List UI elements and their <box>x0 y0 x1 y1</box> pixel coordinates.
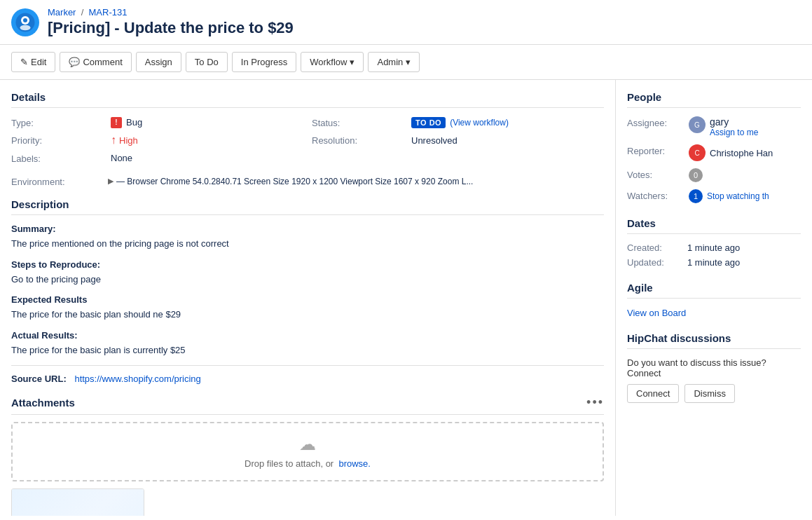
votes-count: 0 <box>689 168 703 182</box>
attachments-header: Attachments ••• <box>11 395 604 415</box>
more-options-button[interactable]: ••• <box>586 395 604 410</box>
votes-row: Votes: 0 <box>627 168 801 182</box>
stop-watching-link[interactable]: Stop watching th <box>707 191 769 201</box>
chevron-down-icon: ▾ <box>406 57 411 67</box>
priority-arrow-icon: ↑ <box>111 134 116 146</box>
reporter-label: Reporter: <box>627 144 683 156</box>
resolution-label: Resolution: <box>312 134 403 146</box>
updated-label: Updated: <box>627 257 683 268</box>
browse-link[interactable]: browse. <box>338 458 371 469</box>
assignee-info: gary Assign to me <box>710 116 758 137</box>
source-label: Source URL: <box>11 374 67 384</box>
workflow-button[interactable]: Workflow ▾ <box>301 52 364 72</box>
app-logo <box>11 8 39 36</box>
resolution-value: Unresolved <box>411 134 604 146</box>
hipchat-text: Do you want to discuss this issue? Conne… <box>627 357 801 378</box>
assignee-avatar: G <box>689 116 706 133</box>
header-text: Marker / MAR-131 [Pricing] - Update the … <box>48 7 294 37</box>
actual-subsection: Actual Results: The price for the basic … <box>11 330 604 357</box>
agile-section: Agile View on Board <box>627 282 801 318</box>
status-badge: TO DO <box>411 117 446 128</box>
attachment-thumbnail[interactable]: Set up your store, pick a plan later By … <box>11 488 144 516</box>
upload-icon: ☁ <box>24 435 591 454</box>
environment-row: Environment: ▶ — Browser Chrome 54.0.284… <box>11 175 604 187</box>
watchers-row: Watchers: 1 Stop watching th <box>627 189 801 203</box>
in-progress-button[interactable]: In Progress <box>232 52 296 72</box>
app-header: Marker / MAR-131 [Pricing] - Update the … <box>0 0 812 45</box>
chevron-down-icon: ▾ <box>350 57 355 67</box>
actual-label: Actual Results: <box>11 330 604 341</box>
watchers-label: Watchers: <box>627 189 683 201</box>
summary-label: Summary: <box>11 224 604 234</box>
assign-to-me-link[interactable]: Assign to me <box>710 128 758 137</box>
toolbar: ✎ Edit 💬 Comment Assign To Do In Progres… <box>0 45 812 80</box>
assignee-row: Assignee: G gary Assign to me <box>627 116 801 137</box>
svg-point-3 <box>20 25 31 30</box>
breadcrumb: Marker / MAR-131 <box>48 7 294 18</box>
assignee-name: gary <box>710 116 758 128</box>
steps-label: Steps to Reproduce: <box>11 259 604 270</box>
assign-button[interactable]: Assign <box>136 52 181 72</box>
hipchat-section: HipChat discussions Do you want to discu… <box>627 332 801 403</box>
expected-label: Expected Results <box>11 294 604 305</box>
created-row: Created: 1 minute ago <box>627 242 801 253</box>
expected-subsection: Expected Results The price for the basic… <box>11 294 604 322</box>
labels-label: Labels: <box>11 152 102 164</box>
svg-point-2 <box>23 18 27 22</box>
expand-icon[interactable]: ▶ <box>108 177 113 186</box>
reporter-avatar: C <box>689 144 706 161</box>
type-value: ! Bug <box>111 116 303 128</box>
watchers-count: 1 <box>689 189 703 203</box>
breadcrumb-issue[interactable]: MAR-131 <box>89 7 128 18</box>
comment-button[interactable]: 💬 Comment <box>60 52 131 72</box>
content-area: Details Type: ! Bug Status: TO DO (View … <box>0 80 616 516</box>
updated-row: Updated: 1 minute ago <box>627 257 801 268</box>
type-label: Type: <box>11 116 102 128</box>
dismiss-button[interactable]: Dismiss <box>684 384 735 403</box>
reporter-row: Reporter: C Christophe Han <box>627 144 801 161</box>
bug-icon: ! <box>111 117 122 128</box>
attachments-section: Attachments ••• ☁ Drop files to attach, … <box>11 395 604 516</box>
source-url-link[interactable]: https://www.shopify.com/pricing <box>74 374 200 384</box>
details-grid: Type: ! Bug Status: TO DO (View workflow… <box>11 116 604 164</box>
details-section-title: Details <box>11 91 604 108</box>
environment-value: ▶ — Browser Chrome 54.0.2840.71 Screen S… <box>108 175 604 187</box>
drop-zone[interactable]: ☁ Drop files to attach, or browse. <box>11 422 604 481</box>
admin-button[interactable]: Admin ▾ <box>368 52 420 72</box>
priority-value: ↑ High <box>111 134 303 146</box>
actual-text: The price for the basic plan is currentl… <box>11 343 604 357</box>
breadcrumb-project[interactable]: Marker <box>48 7 76 18</box>
dates-title: Dates <box>627 217 801 234</box>
edit-icon: ✎ <box>20 57 28 67</box>
environment-label: Environment: <box>11 175 102 187</box>
description-title: Description <box>11 198 604 215</box>
source-url-subsection: Source URL: https://www.shopify.com/pric… <box>11 373 604 384</box>
sidebar: People Assignee: G gary Assign to me Rep… <box>616 80 812 516</box>
drop-text: Drop files to attach, or <box>245 458 333 469</box>
status-value: TO DO (View workflow) <box>411 116 604 128</box>
assignee-label: Assignee: <box>627 116 683 128</box>
steps-text: Go to the pricing page <box>11 273 604 287</box>
description-section: Description Summary: The price mentioned… <box>11 198 604 384</box>
labels-value: None <box>111 152 303 164</box>
comment-icon: 💬 <box>69 57 80 67</box>
priority-label: Priority: <box>11 134 102 146</box>
agile-title: Agile <box>627 282 801 299</box>
connect-button[interactable]: Connect <box>627 384 679 403</box>
created-label: Created: <box>627 242 683 253</box>
issue-title: [Pricing] - Update the price to $29 <box>48 19 294 37</box>
updated-value: 1 minute ago <box>687 257 801 268</box>
edit-button[interactable]: ✎ Edit <box>11 52 55 72</box>
created-value: 1 minute ago <box>687 242 801 253</box>
dates-section: Dates Created: 1 minute ago Updated: 1 m… <box>627 217 801 268</box>
status-label: Status: <box>312 116 403 128</box>
divider <box>11 365 604 366</box>
hipchat-title: HipChat discussions <box>627 332 801 349</box>
summary-text: The price mentioned on the pricing page … <box>11 237 604 251</box>
todo-button[interactable]: To Do <box>186 52 228 72</box>
view-workflow-link[interactable]: (View workflow) <box>450 118 509 128</box>
thumbnail-preview: Set up your store, pick a plan later By … <box>12 489 144 516</box>
view-on-board-link[interactable]: View on Board <box>627 308 686 318</box>
steps-subsection: Steps to Reproduce: Go to the pricing pa… <box>11 259 604 287</box>
expected-text: The price for the basic plan should ne $… <box>11 308 604 322</box>
